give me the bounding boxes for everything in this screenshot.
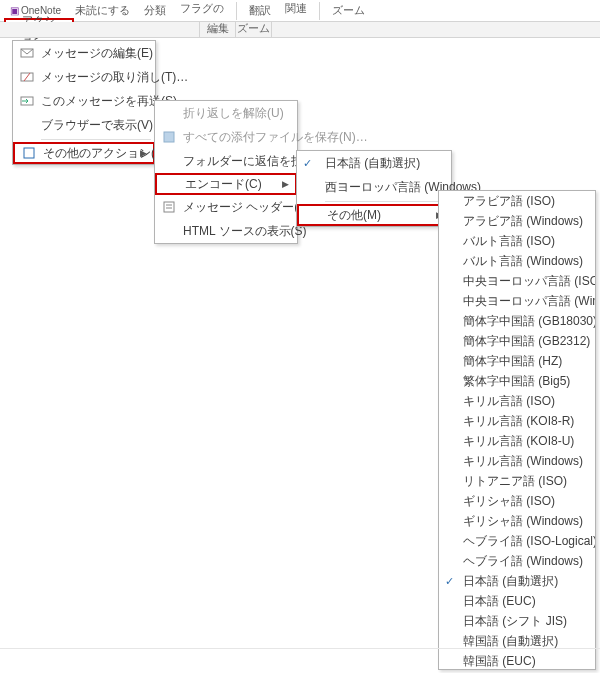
menu-html-source-label: HTML ソースの表示(S) bbox=[183, 223, 307, 240]
menu-save-attachments: すべての添付ファイルを保存(N)… bbox=[155, 125, 297, 149]
encoding-option[interactable]: 簡体字中国語 (GB18030) bbox=[439, 311, 595, 331]
encoding-option-label: 日本語 (EUC) bbox=[463, 593, 536, 610]
menu-recall-message[interactable]: メッセージの取り消し(T)… bbox=[13, 65, 155, 89]
menu-enc-other-label: その他(M) bbox=[327, 207, 381, 224]
menu-other-actions[interactable]: その他のアクション(O) ▶ bbox=[13, 142, 155, 164]
encoding-option[interactable]: キリル言語 (Windows) bbox=[439, 451, 595, 471]
edit-icon bbox=[19, 45, 35, 61]
ribbon-flag-label1: フラグの bbox=[180, 3, 224, 14]
menu-recall-message-label: メッセージの取り消し(T)… bbox=[41, 69, 188, 86]
encoding-option-label: 日本語 (シフト JIS) bbox=[463, 613, 567, 630]
menu-enc-jp-auto[interactable]: ✓ 日本語 (自動選択) bbox=[297, 151, 451, 175]
encoding-option[interactable]: キリル言語 (KOI8-U) bbox=[439, 431, 595, 451]
encoding-option[interactable]: バルト言語 (ISO) bbox=[439, 231, 595, 251]
menu-view-in-browser[interactable]: ブラウザーで表示(V) bbox=[13, 113, 155, 137]
encoding-option-label: アラビア語 (ISO) bbox=[463, 193, 555, 210]
encoding-option[interactable]: 中央ヨーロッパ言語 (Windows) bbox=[439, 291, 595, 311]
encoding-option-label: 繁体字中国語 (Big5) bbox=[463, 373, 570, 390]
encoding-option-label: ヘブライ語 (Windows) bbox=[463, 553, 583, 570]
group-edit: 編集 bbox=[200, 22, 236, 37]
encoding-option[interactable]: 韓国語 (EUC) bbox=[439, 651, 595, 670]
encoding-option-label: バルト言語 (ISO) bbox=[463, 233, 555, 250]
encoding-option-label: アラビア語 (Windows) bbox=[463, 213, 583, 230]
menu-edit-message[interactable]: メッセージの編集(E) bbox=[13, 41, 155, 65]
encoding-option[interactable]: 簡体字中国語 (HZ) bbox=[439, 351, 595, 371]
encoding-option[interactable]: ヘブライ語 (Windows) bbox=[439, 551, 595, 571]
menu-enc-jp-auto-label: 日本語 (自動選択) bbox=[325, 155, 420, 172]
encoding-option-label: 中央ヨーロッパ言語 (Windows) bbox=[463, 293, 596, 310]
menu-enc-western-windows[interactable]: 西ヨーロッパ言語 (Windows) bbox=[297, 175, 451, 199]
ribbon-groups: 編集 ズーム bbox=[0, 22, 600, 38]
group-zoom: ズーム bbox=[236, 22, 272, 37]
encoding-option-label: キリル言語 (KOI8-U) bbox=[463, 433, 574, 450]
encoding-option-label: 韓国語 (自動選択) bbox=[463, 633, 558, 650]
submenu-arrow-icon: ▶ bbox=[282, 179, 289, 189]
encoding-option-label: ヘブライ語 (ISO-Logical) bbox=[463, 533, 596, 550]
menu-edit-message-label: メッセージの編集(E) bbox=[41, 45, 153, 62]
svg-rect-4 bbox=[164, 132, 174, 142]
encoding-submenu: ✓ 日本語 (自動選択) 西ヨーロッパ言語 (Windows) その他(M) ▶ bbox=[296, 150, 452, 227]
encoding-option-label: 日本語 (自動選択) bbox=[463, 573, 558, 590]
menu-save-attachments-label: すべての添付ファイルを保存(N)… bbox=[183, 129, 368, 146]
resend-icon bbox=[19, 93, 35, 109]
ribbon-classify[interactable]: 分類 bbox=[138, 2, 172, 20]
ribbon-unread[interactable]: 未読にする bbox=[69, 2, 136, 20]
encoding-option-label: ギリシャ語 (ISO) bbox=[463, 493, 555, 510]
menu-unwrap: 折り返しを解除(U) bbox=[155, 101, 297, 125]
menu-view-in-browser-label: ブラウザーで表示(V) bbox=[41, 117, 153, 134]
ribbon-related-label: 関連 bbox=[285, 3, 307, 14]
submenu-arrow-icon: ▶ bbox=[140, 148, 147, 158]
other-actions-icon bbox=[21, 145, 37, 161]
encoding-option[interactable]: バルト言語 (Windows) bbox=[439, 251, 595, 271]
menu-message-header-label: メッセージ ヘッダー(M) bbox=[183, 199, 312, 216]
encoding-option[interactable]: キリル言語 (KOI8-R) bbox=[439, 411, 595, 431]
encoding-option[interactable]: ✓日本語 (自動選択) bbox=[439, 571, 595, 591]
encoding-option-label: ギリシャ語 (Windows) bbox=[463, 513, 583, 530]
group-blank bbox=[0, 22, 200, 37]
encoding-option[interactable]: ヘブライ語 (ISO-Logical) bbox=[439, 531, 595, 551]
separator bbox=[319, 2, 320, 20]
encoding-option-label: 中央ヨーロッパ言語 (ISO) bbox=[463, 273, 596, 290]
encoding-option-label: キリル言語 (ISO) bbox=[463, 393, 555, 410]
ribbon-related[interactable]: 関連 bbox=[279, 2, 313, 20]
encoding-option[interactable]: アラビア語 (ISO) bbox=[439, 191, 595, 211]
menu-other-actions-label: その他のアクション(O) bbox=[43, 145, 168, 162]
encoding-option-label: キリル言語 (KOI8-R) bbox=[463, 413, 574, 430]
encoding-option[interactable]: 日本語 (EUC) bbox=[439, 591, 595, 611]
check-icon: ✓ bbox=[303, 157, 312, 170]
menu-unwrap-label: 折り返しを解除(U) bbox=[183, 105, 284, 122]
save-icon bbox=[161, 129, 177, 145]
encoding-list[interactable]: アラビア語 (ISO)アラビア語 (Windows)バルト言語 (ISO)バルト… bbox=[438, 190, 596, 670]
menu-html-source[interactable]: HTML ソースの表示(S) bbox=[155, 219, 297, 243]
encoding-option-label: キリル言語 (Windows) bbox=[463, 453, 583, 470]
encoding-option[interactable]: リトアニア語 (ISO) bbox=[439, 471, 595, 491]
other-actions-submenu: 折り返しを解除(U) すべての添付ファイルを保存(N)… フォルダーに返信を投稿… bbox=[154, 100, 298, 244]
encoding-option[interactable]: ギリシャ語 (ISO) bbox=[439, 491, 595, 511]
encoding-option-label: リトアニア語 (ISO) bbox=[463, 473, 567, 490]
menu-encoding[interactable]: エンコード(C) ▶ bbox=[155, 173, 297, 195]
encoding-option[interactable]: 中央ヨーロッパ言語 (ISO) bbox=[439, 271, 595, 291]
encoding-option[interactable]: 日本語 (シフト JIS) bbox=[439, 611, 595, 631]
onenote-icon: ▣ bbox=[10, 5, 19, 16]
encoding-option[interactable]: キリル言語 (ISO) bbox=[439, 391, 595, 411]
menu-message-header[interactable]: メッセージ ヘッダー(M) bbox=[155, 195, 297, 219]
menu-enc-other[interactable]: その他(M) ▶ bbox=[297, 204, 451, 226]
ribbon-flag[interactable]: フラグの bbox=[174, 2, 230, 20]
ribbon-translate[interactable]: 翻訳 bbox=[243, 2, 277, 20]
encoding-option[interactable]: ギリシャ語 (Windows) bbox=[439, 511, 595, 531]
encoding-option-label: 簡体字中国語 (GB18030) bbox=[463, 313, 596, 330]
encoding-option[interactable]: 繁体字中国語 (Big5) bbox=[439, 371, 595, 391]
menu-resend-message[interactable]: このメッセージを再送(S)… bbox=[13, 89, 155, 113]
encoding-option-label: 簡体字中国語 (HZ) bbox=[463, 353, 562, 370]
menu-separator bbox=[325, 201, 447, 202]
recall-icon bbox=[19, 69, 35, 85]
encoding-option[interactable]: 簡体字中国語 (GB2312) bbox=[439, 331, 595, 351]
svg-rect-5 bbox=[164, 202, 174, 212]
encoding-option-label: バルト言語 (Windows) bbox=[463, 253, 583, 270]
menu-post-to-folder[interactable]: フォルダーに返信を投稿(D) bbox=[155, 149, 297, 173]
encoding-option[interactable]: アラビア語 (Windows) bbox=[439, 211, 595, 231]
check-icon: ✓ bbox=[445, 575, 454, 588]
svg-rect-3 bbox=[24, 148, 34, 158]
ribbon-zoom[interactable]: ズーム bbox=[326, 2, 371, 20]
encoding-option-label: 韓国語 (EUC) bbox=[463, 653, 536, 670]
